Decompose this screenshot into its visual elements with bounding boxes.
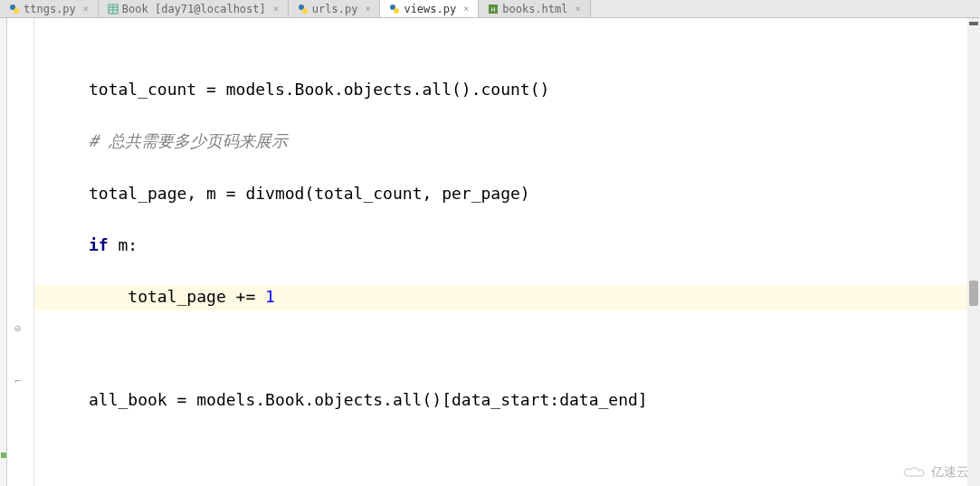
python-icon <box>9 4 20 14</box>
scrollbar-thumb[interactable] <box>969 281 978 306</box>
fold-end-icon[interactable]: ⌐ <box>14 375 21 387</box>
code-text: total_count = models.Book.objects.all().… <box>89 80 549 99</box>
code-text: (total_count, per_page) <box>304 184 529 203</box>
tab-books-html[interactable]: H books.html × <box>479 0 590 17</box>
tab-views[interactable]: views.py × <box>380 0 479 17</box>
svg-text:H: H <box>491 6 496 13</box>
code-builtin: divmod <box>245 184 304 203</box>
svg-point-9 <box>394 8 399 14</box>
close-icon[interactable]: × <box>576 4 581 14</box>
watermark: 亿速云 <box>902 464 969 481</box>
left-strip <box>0 18 7 486</box>
html-icon: H <box>488 4 499 14</box>
code-text: all_book = models.Book.objects.all()[dat… <box>89 390 648 409</box>
close-icon[interactable]: × <box>83 4 89 14</box>
tab-label: views.py <box>404 3 456 15</box>
table-icon <box>108 4 119 14</box>
code-text: total_page += <box>89 287 265 306</box>
code-text: total_page, m = <box>89 184 245 203</box>
tab-urls[interactable]: urls.py × <box>289 0 381 17</box>
tab-book-db[interactable]: Book [day71@localhost] × <box>99 0 289 17</box>
tab-label: ttngs.py <box>24 3 76 15</box>
scroll-marker <box>969 22 978 25</box>
watermark-text: 亿速云 <box>931 464 969 481</box>
tab-label: books.html <box>502 3 567 15</box>
python-icon <box>389 4 400 14</box>
svg-point-7 <box>302 8 308 14</box>
code-number: 1 <box>265 287 275 306</box>
tab-settings[interactable]: ttngs.py × <box>0 0 99 17</box>
scrollbar[interactable] <box>967 18 980 486</box>
code-text: m: <box>109 235 138 254</box>
vcs-mark-icon <box>1 453 6 458</box>
code-comment: # 总共需要多少页码来展示 <box>89 131 288 150</box>
tab-label: Book [day71@localhost] <box>122 3 266 15</box>
close-icon[interactable]: × <box>273 4 279 14</box>
tab-bar: ttngs.py × Book [day71@localhost] × urls… <box>0 0 980 18</box>
fold-marker-icon[interactable]: ⊖ <box>14 322 21 335</box>
svg-point-1 <box>14 8 19 14</box>
gutter: ⊖ ⌐ <box>7 18 34 486</box>
tab-label: urls.py <box>312 3 358 15</box>
editor: ⊖ ⌐ total_count = models.Book.objects.al… <box>0 18 980 486</box>
cloud-icon <box>902 465 928 480</box>
python-icon <box>298 4 309 14</box>
close-icon[interactable]: × <box>365 4 370 14</box>
code-keyword: if <box>89 235 109 254</box>
code-area[interactable]: total_count = models.Book.objects.all().… <box>34 18 980 486</box>
close-icon[interactable]: × <box>463 4 469 14</box>
